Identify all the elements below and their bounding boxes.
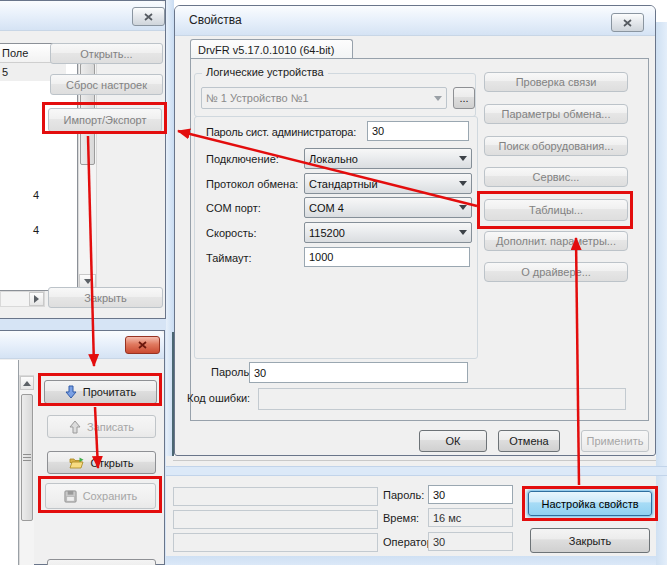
main-password-label: Пароль: (383, 489, 424, 501)
admin-password-input[interactable]: 30 (367, 121, 469, 141)
io-list-area (0, 360, 19, 565)
scrollbar-thumb[interactable] (21, 394, 33, 521)
additional-params-button[interactable]: Дополнит. параметры... (484, 231, 628, 251)
chevron-down-icon (459, 181, 467, 186)
properties-dialog: Свойства DrvFR v5.17.0.1010 (64-bit) Лог… (174, 5, 656, 456)
com-port-label: COM порт: (206, 202, 261, 214)
com-port-value: COM 4 (309, 202, 459, 214)
apply-button[interactable]: Применить (581, 430, 649, 452)
status-field-2 (173, 510, 378, 529)
fields-close-button[interactable]: Закрыть (48, 287, 163, 308)
password-label: Пароль: (211, 366, 252, 378)
separator (173, 460, 656, 461)
error-code-field (258, 388, 626, 410)
timeout-input[interactable]: 1000 (304, 247, 470, 267)
main-operator-field: 30 (428, 532, 513, 551)
arrow-up-icon (69, 420, 81, 434)
open-button[interactable]: Открыть... (50, 43, 163, 64)
cancel-button[interactable]: Отмена (498, 430, 560, 452)
logical-device-value: № 1 Устройство №1 (206, 92, 434, 104)
screenshot-canvas: Пароль: 30 Время: 16 мс Оператор: 30 Нас… (0, 0, 667, 565)
browse-devices-button[interactable]: ... (453, 87, 475, 109)
chevron-down-icon (434, 96, 442, 101)
main-password-value: 30 (433, 489, 445, 501)
tab-driver-version[interactable]: DrvFR v5.17.0.1010 (64-bit) (190, 39, 353, 59)
about-driver-button[interactable]: О драйвере... (484, 262, 628, 282)
annotation-box-save (38, 476, 162, 513)
exchange-params-button[interactable]: Параметры обмена... (484, 104, 628, 124)
logical-device-select: № 1 Устройство №1 (201, 87, 447, 109)
annotation-box-tables (477, 191, 633, 229)
baud-rate-value: 115200 (309, 227, 459, 239)
annotation-box-read (38, 373, 162, 406)
connection-select[interactable]: Локально (304, 148, 472, 169)
horizontal-scrollbar[interactable] (0, 291, 45, 307)
baud-rate-label: Скорость: (206, 227, 257, 239)
arrow-right-icon (34, 295, 39, 303)
grip-lines (23, 460, 31, 461)
protocol-value: Стандартный (309, 178, 459, 190)
connection-value: Локально (309, 153, 459, 165)
timeout-value: 1000 (309, 251, 333, 263)
protocol-label: Протокол обмена: (206, 178, 298, 190)
main-close-button[interactable]: Закрыть (530, 528, 650, 553)
io-dialog-window: Прочитать Записать Открыть (0, 330, 165, 565)
logical-devices-group-label: Логические устройства (202, 66, 328, 78)
connection-label: Подключение: (206, 153, 279, 165)
main-time-field: 16 мс (428, 508, 513, 527)
service-button[interactable]: Сервис... (484, 167, 628, 187)
tab-label: DrvFR v5.17.0.1010 (64-bit) (198, 44, 334, 56)
fields-editor-window: Поле 5 4 4 Открыть... Сброс настроек Имп… (0, 0, 166, 319)
admin-password-label: Пароль сист. администратора: (206, 126, 356, 138)
write-button[interactable]: Записать (47, 415, 156, 438)
main-time-label: Время: (383, 512, 419, 524)
main-password-input[interactable]: 30 (428, 485, 513, 504)
check-connection-button[interactable]: Проверка связи (484, 72, 628, 92)
open-folder-icon (69, 457, 84, 469)
vertical-scrollbar[interactable] (19, 375, 34, 565)
status-field-3 (173, 533, 378, 552)
properties-titlebar (175, 6, 655, 36)
open-button-label: Открыть (90, 457, 133, 469)
chevron-down-icon (459, 205, 467, 210)
main-operator-value: 30 (433, 536, 445, 548)
close-icon[interactable] (125, 336, 160, 354)
arrow-up-icon (23, 381, 31, 386)
chevron-down-icon (459, 156, 467, 161)
com-port-select[interactable]: COM 4 (304, 197, 472, 218)
main-time-value: 16 мс (433, 512, 461, 524)
scroll-up-button[interactable] (20, 376, 34, 390)
password-input[interactable]: 30 (249, 362, 468, 383)
password-value: 30 (254, 367, 266, 379)
background-window-right-frame (656, 22, 667, 565)
annotation-box-import-export (42, 102, 167, 134)
grid-cell-value: 5 (2, 66, 8, 78)
open-button[interactable]: Открыть (47, 451, 156, 474)
dialog-title: Свойства (189, 13, 242, 27)
grid-cell-value: 4 (33, 224, 39, 236)
arrow-down-icon (84, 279, 92, 284)
search-hardware-button[interactable]: Поиск оборудования... (484, 136, 628, 156)
write-button-label: Записать (87, 421, 134, 433)
close-icon[interactable] (611, 13, 644, 32)
close-icon[interactable] (132, 7, 165, 26)
grid-cell-value: 4 (33, 189, 39, 201)
annotation-box-settings (522, 486, 658, 521)
background-window-bottom-frame (166, 556, 667, 565)
separator (166, 466, 667, 476)
grid-column-header-label: Поле (2, 47, 28, 59)
grip-lines (23, 457, 31, 458)
reset-settings-button[interactable]: Сброс настроек (50, 74, 163, 95)
partial-button[interactable] (47, 559, 156, 565)
status-field-1 (173, 487, 378, 506)
admin-password-value: 30 (372, 125, 384, 137)
error-code-label: Код ошибки: (187, 392, 250, 404)
chevron-down-icon (459, 230, 467, 235)
grip-lines (23, 454, 31, 455)
protocol-select[interactable]: Стандартный (304, 173, 472, 194)
ok-button[interactable]: ОК (419, 430, 487, 452)
timeout-label: Таймаут: (206, 252, 252, 264)
baud-rate-select[interactable]: 115200 (304, 222, 472, 243)
scroll-right-button[interactable] (29, 292, 44, 306)
